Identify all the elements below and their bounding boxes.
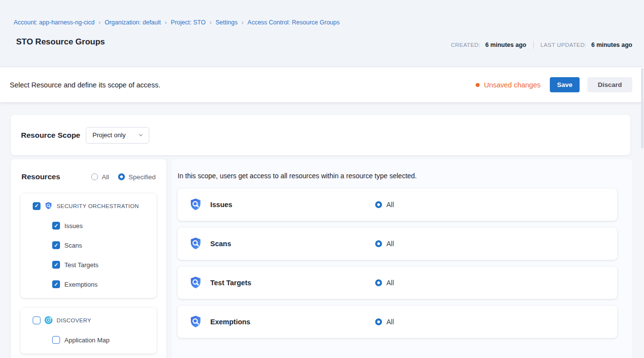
resources-panel-header: Resources All Specified xyxy=(11,159,166,181)
action-toolbar: Select Resource and define its scope of … xyxy=(0,67,644,102)
save-button[interactable]: Save xyxy=(550,77,580,92)
group-card-discovery: DISCOVERY Application Map xyxy=(20,308,157,354)
access-radio-label: All xyxy=(386,240,394,248)
group-header: DISCOVERY xyxy=(33,316,157,324)
exemptions-checkbox[interactable]: ✓ xyxy=(52,280,60,288)
scope-description: In this scope, users get access to all r… xyxy=(172,159,632,180)
access-radio-control[interactable] xyxy=(375,201,382,208)
breadcrumb: Account: app-harness-ng-cicd › Organizat… xyxy=(14,19,340,26)
shield-search-icon xyxy=(44,202,53,210)
toolbar-description: Select Resource and define its scope of … xyxy=(10,81,476,89)
radar-icon xyxy=(44,316,53,324)
radio-all-label: All xyxy=(101,173,109,181)
resource-scope-heading: Resource Scope xyxy=(21,131,80,140)
resource-group-detail-page: Account: app-harness-ng-cicd › Organizat… xyxy=(0,0,644,358)
group-header: ✓ SECURITY ORCHESTRATION xyxy=(33,202,157,210)
resource-scope-select[interactable]: Project only xyxy=(86,127,149,144)
breadcrumb-separator-icon: › xyxy=(165,19,167,26)
issues-checkbox[interactable]: ✓ xyxy=(52,222,60,230)
scope-detail-panel: In this scope, users get access to all r… xyxy=(172,159,632,358)
resource-rows: Issues All Scans All xyxy=(178,189,617,338)
item-label: Test Targets xyxy=(64,261,99,269)
resources-heading: Resources xyxy=(21,172,91,181)
created-label: CREATED: xyxy=(451,42,481,48)
shield-search-icon xyxy=(189,276,202,290)
unsaved-changes-indicator: Unsaved changes xyxy=(476,81,541,89)
row-title: Exemptions xyxy=(210,318,250,326)
breadcrumb-account[interactable]: Account: app-harness-ng-cicd xyxy=(14,19,95,26)
row-title: Issues xyxy=(210,201,232,209)
breadcrumb-separator-icon: › xyxy=(209,19,211,26)
resource-item-test-targets: ✓ Test Targets xyxy=(52,261,157,269)
resource-item-application-map: Application Map xyxy=(52,336,157,344)
discard-button[interactable]: Discard xyxy=(587,77,632,92)
row-title: Scans xyxy=(210,240,231,248)
breadcrumb-organization[interactable]: Organization: default xyxy=(104,19,161,26)
chevron-down-icon xyxy=(138,132,143,138)
breadcrumb-access-control[interactable]: Access Control: Resource Groups xyxy=(247,19,340,26)
access-radio-all[interactable]: All xyxy=(375,279,394,287)
radio-all-control[interactable] xyxy=(91,173,98,180)
radio-specified[interactable]: Specified xyxy=(118,173,156,181)
row-title: Test Targets xyxy=(210,279,251,287)
group-items: ✓ Issues ✓ Scans ✓ Test Targets ✓ Exempt… xyxy=(52,222,157,288)
shield-search-icon xyxy=(189,237,202,251)
resource-row-test-targets: Test Targets All xyxy=(178,267,617,299)
breadcrumb-settings[interactable]: Settings xyxy=(216,19,238,26)
access-radio-all[interactable]: All xyxy=(375,318,394,326)
page-header: Account: app-harness-ng-cicd › Organizat… xyxy=(0,0,644,67)
unsaved-dot-icon xyxy=(476,83,480,87)
item-label: Issues xyxy=(64,222,83,230)
item-label: Application Map xyxy=(64,337,110,344)
access-radio-control[interactable] xyxy=(375,318,382,325)
shield-search-icon xyxy=(189,198,202,211)
breadcrumb-separator-icon: › xyxy=(99,19,101,26)
last-updated-value: 6 minutes ago xyxy=(591,42,632,48)
item-label: Scans xyxy=(64,242,82,249)
resource-item-issues: ✓ Issues xyxy=(52,222,157,230)
resource-row-scans: Scans All xyxy=(178,228,617,260)
item-label: Exemptions xyxy=(64,281,98,288)
breadcrumb-project[interactable]: Project: STO xyxy=(171,19,205,26)
resource-row-exemptions: Exemptions All xyxy=(178,306,617,338)
access-radio-control[interactable] xyxy=(375,240,382,247)
radio-specified-control[interactable] xyxy=(118,173,125,180)
access-radio-label: All xyxy=(386,279,394,287)
resource-row-issues: Issues All xyxy=(178,189,617,221)
resources-panel: Resources All Specified ✓ xyxy=(11,159,166,358)
resource-scope-selected-value: Project only xyxy=(92,131,125,139)
security-orchestration-checkbox[interactable]: ✓ xyxy=(33,202,40,210)
access-radio-all[interactable]: All xyxy=(375,240,394,248)
resource-item-exemptions: ✓ Exemptions xyxy=(52,280,157,288)
resource-item-scans: ✓ Scans xyxy=(52,241,157,249)
access-radio-control[interactable] xyxy=(375,279,382,286)
group-label: SECURITY ORCHESTRATION xyxy=(57,203,139,209)
access-radio-label: All xyxy=(386,201,394,209)
radio-specified-label: Specified xyxy=(128,173,156,181)
scrollbar-thumb[interactable] xyxy=(641,68,644,148)
breadcrumb-separator-icon: › xyxy=(242,19,243,26)
resource-scope-card: Resource Scope Project only xyxy=(11,115,630,155)
unsaved-changes-label: Unsaved changes xyxy=(484,81,541,89)
page-title: STO Resource Groups xyxy=(16,37,105,47)
application-map-checkbox[interactable] xyxy=(52,336,60,344)
access-radio-all[interactable]: All xyxy=(375,201,394,209)
scans-checkbox[interactable]: ✓ xyxy=(52,241,60,249)
group-items: Application Map xyxy=(52,336,157,344)
radio-all[interactable]: All xyxy=(91,173,109,181)
last-updated-label: LAST UPDATED: xyxy=(541,42,586,48)
test-targets-checkbox[interactable]: ✓ xyxy=(52,261,60,269)
discovery-checkbox[interactable] xyxy=(33,316,40,324)
meta-divider xyxy=(533,41,534,49)
access-radio-label: All xyxy=(386,318,394,326)
group-label: DISCOVERY xyxy=(57,317,91,323)
resources-mode-radio-group: All Specified xyxy=(91,173,156,181)
group-card-security-orchestration: ✓ SECURITY ORCHESTRATION ✓ Issues xyxy=(20,193,157,298)
created-value: 6 minutes ago xyxy=(485,42,526,48)
timestamps-meta: CREATED: 6 minutes ago LAST UPDATED: 6 m… xyxy=(451,41,632,49)
shield-search-icon xyxy=(189,315,202,329)
